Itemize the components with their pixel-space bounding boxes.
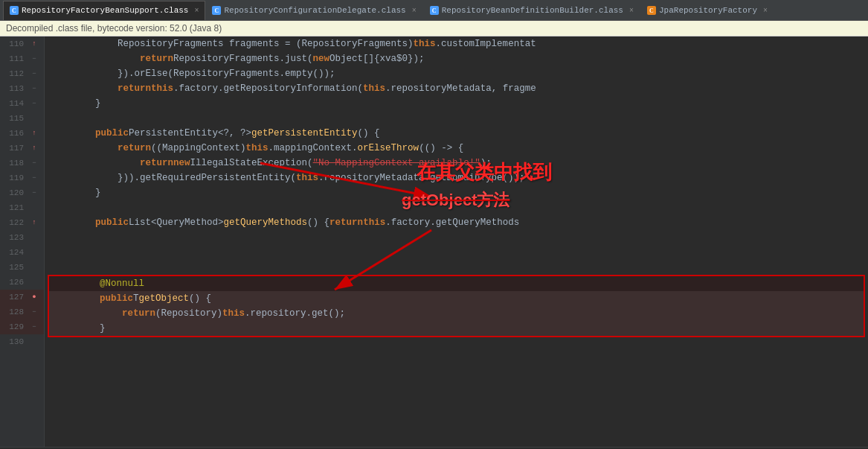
code-line-112: }).orElse(RepositoryFragments.empty()); (45, 66, 868, 81)
code-line-120: } (45, 185, 868, 200)
code-line-113: return this.factory.getRepositoryInforma… (45, 81, 868, 96)
code-line-119: })).getRequiredPersistentEntity(this.rep… (45, 171, 868, 185)
tab-1-icon: C (10, 6, 19, 15)
code-line-110: RepositoryFragments fragments = (Reposit… (45, 36, 868, 51)
tab-4-label: JpaRepositoryFactory (659, 6, 757, 15)
tab-4-icon: C (647, 6, 656, 15)
tab-1-close[interactable]: × (194, 7, 199, 15)
code-line-122: public List<QueryMethod> getQueryMethods… (45, 215, 868, 230)
code-line-128: return (Repository)this.repository.get()… (49, 306, 864, 321)
tab-4-close[interactable]: × (763, 7, 768, 15)
code-line-118: return new IllegalStateException("No Map… (45, 156, 868, 171)
tab-bar: C RepositoryFactoryBeanSupport.class × C… (0, 0, 868, 21)
tab-3-icon: C (430, 6, 439, 15)
code-line-114: } (45, 96, 868, 111)
tab-2-close[interactable]: × (412, 7, 417, 15)
code-line-129: } (49, 321, 864, 336)
code-line-123 (45, 230, 868, 245)
code-line-124 (45, 245, 868, 260)
tab-3[interactable]: C RepositoryBeanDefinitionBuilder.class … (423, 1, 640, 20)
tab-2[interactable]: C RepositoryConfigurationDelegate.class … (205, 1, 422, 20)
code-lines[interactable]: RepositoryFragments fragments = (Reposit… (45, 36, 868, 447)
decompile-banner: Decompiled .class file, bytecode version… (0, 21, 868, 36)
code-line-127: public T getObject() { (49, 291, 864, 306)
code-line-117: return ((MappingContext)this.mappingCont… (45, 141, 868, 156)
code-line-111: return RepositoryFragments.just(new Obje… (45, 51, 868, 66)
tab-1[interactable]: C RepositoryFactoryBeanSupport.class × (3, 1, 205, 20)
code-area: 110↑ 111− 112− 113− 114− 115 116↑ 117↑ 1… (0, 36, 868, 447)
code-line-115 (45, 111, 868, 126)
code-line-130 (45, 337, 868, 352)
code-line-126: @Nonnull (49, 276, 864, 291)
gutter: 110↑ 111− 112− 113− 114− 115 116↑ 117↑ 1… (0, 36, 45, 447)
boxed-region: @Nonnull public T getObject() { return (… (48, 275, 865, 337)
tab-1-label: RepositoryFactoryBeanSupport.class (22, 6, 188, 15)
tab-2-label: RepositoryConfigurationDelegate.class (224, 6, 405, 15)
tab-3-close[interactable]: × (629, 7, 634, 15)
code-line-125 (45, 260, 868, 275)
tab-3-label: RepositoryBeanDefinitionBuilder.class (442, 6, 623, 15)
code-line-116: public PersistentEntity<?, ?> getPersist… (45, 126, 868, 141)
tab-4[interactable]: C JpaRepositoryFactory × (640, 1, 774, 20)
tab-2-icon: C (212, 6, 221, 15)
code-line-121 (45, 200, 868, 215)
